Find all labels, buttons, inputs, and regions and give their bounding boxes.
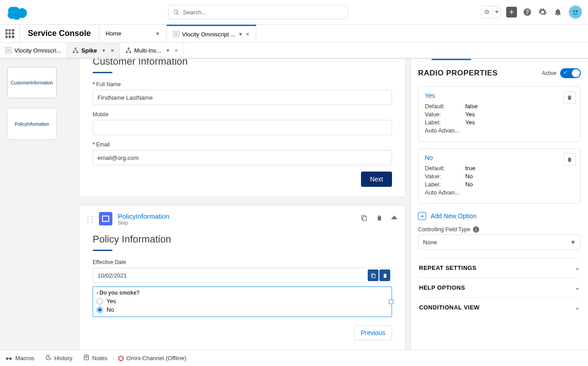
option-name[interactable]: No xyxy=(425,154,574,161)
chevron-down-icon[interactable]: ▼ xyxy=(166,48,170,53)
help-icon[interactable] xyxy=(522,7,532,17)
chevron-up-icon[interactable] xyxy=(391,214,397,223)
svg-rect-11 xyxy=(76,52,78,53)
app-launcher-icon[interactable] xyxy=(0,25,20,42)
info-icon[interactable]: i xyxy=(473,226,479,233)
svg-rect-13 xyxy=(126,52,128,53)
element-clone-icon[interactable] xyxy=(368,269,379,281)
properties-panel: RADIO PROPERTIES Active Yes Default:fals… xyxy=(410,59,588,350)
gear-icon[interactable] xyxy=(538,7,548,17)
radio-option-yes[interactable]: Yes xyxy=(97,298,388,304)
mobile-label: Mobile xyxy=(93,111,392,118)
omni-channel-button[interactable]: Omni-Channel (Offline) xyxy=(118,355,186,362)
close-icon[interactable]: ✕ xyxy=(245,31,249,37)
thumb-policy-info[interactable]: PolicyInformation xyxy=(7,108,57,140)
next-button[interactable]: Next xyxy=(361,172,392,187)
svg-point-2 xyxy=(576,10,578,12)
drag-handle-icon[interactable] xyxy=(87,216,94,222)
kv-value: Yes xyxy=(465,119,475,126)
panel-title: RADIO PROPERTIES xyxy=(418,69,498,78)
controlling-field-label: Controlling Field Type xyxy=(418,226,470,233)
policy-step-card: PolicyInformation Step Policy Informatio… xyxy=(79,205,406,350)
section-title: Customer Information xyxy=(93,59,392,67)
option-name[interactable]: Yes xyxy=(425,92,574,99)
utility-bar: ▸▸ Macros History Notes Omni-Channel (Of… xyxy=(0,350,588,366)
accordion-help-options[interactable]: HELP OPTIONS ⌄ xyxy=(418,278,581,297)
kv-value: No xyxy=(465,181,473,188)
chevron-down-icon[interactable]: ▼ xyxy=(102,48,106,53)
accordion-conditional-view[interactable]: CONDITIONAL VIEW ⌄ xyxy=(418,297,581,317)
step-header[interactable]: PolicyInformation Step xyxy=(79,206,405,232)
hierarchy-icon xyxy=(72,47,79,53)
svg-rect-14 xyxy=(129,52,131,53)
radio-element-selected[interactable]: Do you smoke? Yes No xyxy=(93,287,392,317)
notes-button[interactable]: Notes xyxy=(83,354,107,362)
delete-option-icon[interactable] xyxy=(563,153,576,166)
effective-date-input[interactable] xyxy=(93,268,392,283)
svg-rect-10 xyxy=(73,52,75,53)
canvas: Customer Information Full Name Mobile Em… xyxy=(79,59,410,350)
sub-tab-spike[interactable]: Spike ▼ ✕ xyxy=(67,43,120,58)
trash-icon[interactable] xyxy=(376,214,383,223)
global-header: Search... + xyxy=(0,0,588,25)
kv-key: Auto Advan... xyxy=(425,127,465,134)
select-value: None xyxy=(423,239,437,246)
macros-button[interactable]: ▸▸ Macros xyxy=(6,355,35,362)
title-underline xyxy=(93,250,112,251)
global-add-button[interactable]: + xyxy=(506,7,517,18)
customer-info-card: Customer Information Full Name Mobile Em… xyxy=(79,59,406,197)
mobile-input[interactable] xyxy=(93,120,392,135)
bell-icon[interactable] xyxy=(553,7,563,17)
active-toggle[interactable] xyxy=(560,68,581,78)
nav-tab-label: Vlocity Omniscript ... xyxy=(182,31,235,38)
salesforce-logo-icon xyxy=(5,4,30,20)
clone-icon[interactable] xyxy=(361,214,368,223)
svg-rect-9 xyxy=(75,48,76,49)
email-label: Email xyxy=(93,141,392,148)
radio-option-no[interactable]: No xyxy=(97,306,388,313)
radio-question: Do you smoke? xyxy=(97,290,388,296)
sub-tab-label: Multi-Ins... xyxy=(134,47,161,54)
accordion-repeat-settings[interactable]: REPEAT SETTINGS ⌄ xyxy=(418,258,581,278)
favorites-dropdown[interactable] xyxy=(481,6,501,18)
effective-date-label: Effective Date xyxy=(93,259,392,265)
chevron-down-icon: ▼ xyxy=(570,239,576,246)
element-trash-icon[interactable] xyxy=(379,269,390,281)
add-new-label: Add New Option xyxy=(431,212,477,220)
history-icon xyxy=(45,354,52,362)
title-underline xyxy=(93,72,112,73)
history-button[interactable]: History xyxy=(45,354,72,362)
email-input[interactable] xyxy=(93,150,392,165)
global-search[interactable]: Search... xyxy=(168,5,348,19)
controlling-field-select[interactable]: None ▼ xyxy=(418,234,581,250)
kv-key: Default: xyxy=(425,165,465,172)
add-new-option[interactable]: + Add New Option xyxy=(418,210,581,226)
svg-rect-3 xyxy=(173,31,179,37)
step-name: PolicyInformation xyxy=(118,212,169,220)
search-placeholder: Search... xyxy=(183,9,206,16)
history-label: History xyxy=(54,355,72,362)
option-card-yes: Yes Default:false Value:Yes Label:Yes Au… xyxy=(418,86,581,142)
thumb-customer-info[interactable]: CustomerInformation xyxy=(7,67,57,98)
sub-tab-omniscript[interactable]: Vlocity Omniscri... xyxy=(0,43,67,58)
accordion-label: HELP OPTIONS xyxy=(419,284,465,291)
svg-rect-12 xyxy=(128,48,129,49)
kv-value: No xyxy=(465,173,473,180)
sub-tab-multiins[interactable]: Multi-Ins... ▼ ✕ xyxy=(120,43,184,58)
sub-tab-label: Spike xyxy=(81,47,97,54)
svg-point-0 xyxy=(570,7,580,17)
chevron-down-icon[interactable]: ▼ xyxy=(155,31,160,36)
close-icon[interactable]: ✕ xyxy=(111,48,114,53)
workspace: CustomerInformation PolicyInformation Cu… xyxy=(0,59,588,350)
kv-value: Yes xyxy=(465,111,475,118)
app-nav: Service Console Home ▼ Vlocity Omniscrip… xyxy=(0,25,588,43)
full-name-input[interactable] xyxy=(93,90,392,105)
close-icon[interactable]: ✕ xyxy=(174,48,178,53)
nav-tab-home[interactable]: Home ▼ xyxy=(99,25,167,42)
user-avatar[interactable] xyxy=(568,5,583,19)
nav-tab-vlocity[interactable]: Vlocity Omniscript ... ▼ ✕ xyxy=(167,25,256,42)
delete-option-icon[interactable] xyxy=(563,91,576,104)
chevron-down-icon[interactable]: ▼ xyxy=(238,31,243,37)
previous-button[interactable]: Previous xyxy=(354,325,392,340)
chevron-down-icon xyxy=(492,6,500,18)
